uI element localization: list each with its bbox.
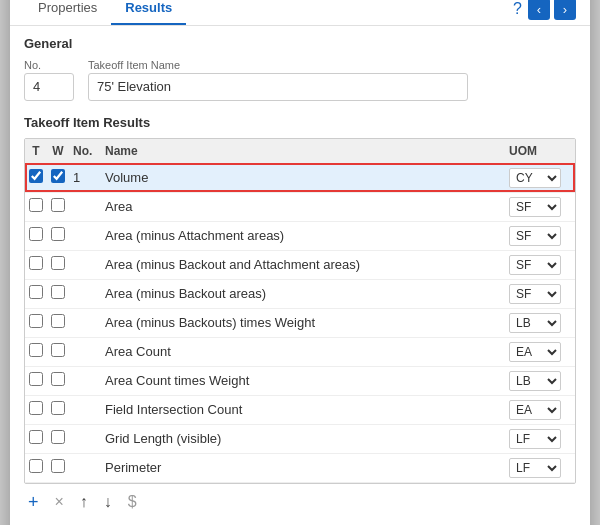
uom-select[interactable]: CYSFLFEALBCF xyxy=(509,429,561,449)
table-row: Area (minus Backouts) times WeightCYSFLF… xyxy=(25,308,575,337)
cell-name: Grid Length (visible) xyxy=(101,424,505,453)
table-row: PerimeterCYSFLFEALBCF xyxy=(25,453,575,482)
checkbox-t[interactable] xyxy=(29,372,43,386)
checkbox-t[interactable] xyxy=(29,227,43,241)
name-field-group: Takeoff Item Name xyxy=(88,59,468,101)
no-field-group: No. xyxy=(24,59,74,101)
col-name: Name xyxy=(101,139,505,164)
checkbox-t[interactable] xyxy=(29,401,43,415)
tabs-container: Properties Results xyxy=(24,0,186,25)
col-w: W xyxy=(47,139,69,164)
next-button[interactable]: › xyxy=(554,0,576,20)
checkbox-t[interactable] xyxy=(29,430,43,444)
col-uom: UOM xyxy=(505,139,575,164)
delete-row-button[interactable]: × xyxy=(51,491,68,513)
uom-select[interactable]: CYSFLFEALBCF xyxy=(509,371,561,391)
cell-no xyxy=(69,366,101,395)
dialog-body: General No. Takeoff Item Name Takeoff It… xyxy=(10,26,590,525)
checkbox-t[interactable] xyxy=(29,314,43,328)
uom-select[interactable]: CYSFLFEALBCF xyxy=(509,458,561,478)
results-table-container: T W No. Name UOM 1VolumeCYSFLFEALBCFArea… xyxy=(24,138,576,484)
add-row-button[interactable]: + xyxy=(24,490,43,515)
cell-no: 1 xyxy=(69,163,101,192)
no-label: No. xyxy=(24,59,74,71)
cell-no xyxy=(69,395,101,424)
uom-select[interactable]: CYSFLFEALBCF xyxy=(509,400,561,420)
checkbox-t[interactable] xyxy=(29,285,43,299)
cell-name: Volume xyxy=(101,163,505,192)
move-up-button[interactable]: ↑ xyxy=(76,491,92,513)
cell-uom: CYSFLFEALBCF xyxy=(505,424,575,453)
results-section: Takeoff Item Results T W No. Name UOM xyxy=(24,115,576,519)
checkbox-w[interactable] xyxy=(51,227,65,241)
uom-select[interactable]: CYSFLFEALBCF xyxy=(509,168,561,188)
move-down-button[interactable]: ↓ xyxy=(100,491,116,513)
checkbox-t[interactable] xyxy=(29,256,43,270)
cell-name: Area (minus Backout and Attachment areas… xyxy=(101,250,505,279)
checkbox-w[interactable] xyxy=(51,314,65,328)
tab-properties[interactable]: Properties xyxy=(24,0,111,25)
checkbox-t[interactable] xyxy=(29,459,43,473)
col-t: T xyxy=(25,139,47,164)
cell-uom: CYSFLFEALBCF xyxy=(505,250,575,279)
checkbox-w[interactable] xyxy=(51,430,65,444)
uom-select[interactable]: CYSFLFEALBCF xyxy=(509,342,561,362)
cell-no xyxy=(69,337,101,366)
table-header-row: T W No. Name UOM xyxy=(25,139,575,164)
cell-no xyxy=(69,308,101,337)
cell-name: Field Intersection Count xyxy=(101,395,505,424)
tab-results[interactable]: Results xyxy=(111,0,186,25)
takeoff-item-name-input[interactable] xyxy=(88,73,468,101)
tabs-right: ? ‹ › xyxy=(513,0,576,20)
checkbox-t[interactable] xyxy=(29,169,43,183)
col-no: No. xyxy=(69,139,101,164)
cell-uom: CYSFLFEALBCF xyxy=(505,366,575,395)
checkbox-w[interactable] xyxy=(51,372,65,386)
nav-arrows: ‹ › xyxy=(528,0,576,20)
cell-name: Area xyxy=(101,192,505,221)
cell-uom: CYSFLFEALBCF xyxy=(505,453,575,482)
table-row: Area (minus Backout and Attachment areas… xyxy=(25,250,575,279)
cell-uom: CYSFLFEALBCF xyxy=(505,221,575,250)
table-row: Area (minus Backout areas)CYSFLFEALBCF xyxy=(25,279,575,308)
results-tbody: 1VolumeCYSFLFEALBCFAreaCYSFLFEALBCFArea … xyxy=(25,163,575,482)
checkbox-t[interactable] xyxy=(29,343,43,357)
checkbox-w[interactable] xyxy=(51,459,65,473)
takeoff-item-name-label: Takeoff Item Name xyxy=(88,59,468,71)
cell-name: Area (minus Backout areas) xyxy=(101,279,505,308)
uom-select[interactable]: CYSFLFEALBCF xyxy=(509,197,561,217)
no-input[interactable] xyxy=(24,73,74,101)
cell-name: Area Count xyxy=(101,337,505,366)
cell-no xyxy=(69,453,101,482)
general-section-title: General xyxy=(24,36,576,51)
uom-select[interactable]: CYSFLFEALBCF xyxy=(509,226,561,246)
cell-no xyxy=(69,424,101,453)
cell-uom: CYSFLFEALBCF xyxy=(505,337,575,366)
checkbox-w[interactable] xyxy=(51,285,65,299)
table-row: Area (minus Attachment areas)CYSFLFEALBC… xyxy=(25,221,575,250)
checkbox-w[interactable] xyxy=(51,169,65,183)
help-icon[interactable]: ? xyxy=(513,0,522,18)
prev-button[interactable]: ‹ xyxy=(528,0,550,20)
checkbox-w[interactable] xyxy=(51,256,65,270)
cell-uom: CYSFLFEALBCF xyxy=(505,192,575,221)
cell-name: Perimeter xyxy=(101,453,505,482)
cell-no xyxy=(69,250,101,279)
table-row: AreaCYSFLFEALBCF xyxy=(25,192,575,221)
uom-select[interactable]: CYSFLFEALBCF xyxy=(509,313,561,333)
uom-select[interactable]: CYSFLFEALBCF xyxy=(509,284,561,304)
cell-name: Area (minus Backouts) times Weight xyxy=(101,308,505,337)
cell-uom: CYSFLFEALBCF xyxy=(505,308,575,337)
table-row: 1VolumeCYSFLFEALBCF xyxy=(25,163,575,192)
table-row: Area CountCYSFLFEALBCF xyxy=(25,337,575,366)
checkbox-w[interactable] xyxy=(51,401,65,415)
uom-select[interactable]: CYSFLFEALBCF xyxy=(509,255,561,275)
dollar-button[interactable]: $ xyxy=(124,491,141,513)
cell-no xyxy=(69,192,101,221)
checkbox-w[interactable] xyxy=(51,343,65,357)
checkbox-w[interactable] xyxy=(51,198,65,212)
cell-name: Area (minus Attachment areas) xyxy=(101,221,505,250)
tabs-row: Properties Results ? ‹ › xyxy=(10,0,590,26)
cell-name: Area Count times Weight xyxy=(101,366,505,395)
checkbox-t[interactable] xyxy=(29,198,43,212)
